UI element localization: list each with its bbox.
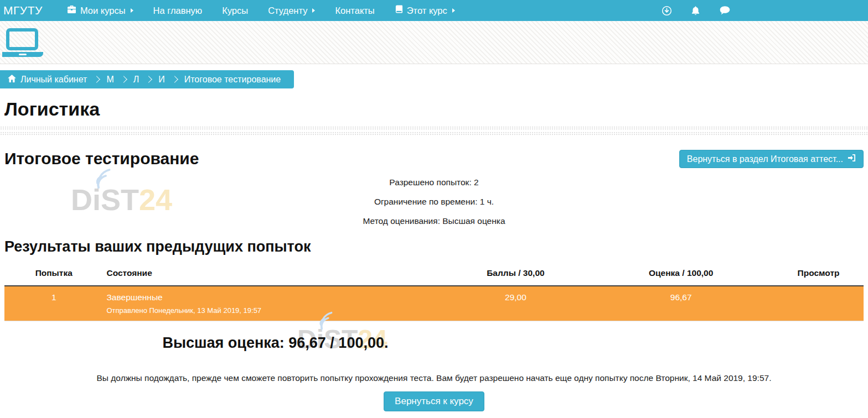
chevron-right-icon bbox=[131, 8, 133, 13]
site-header bbox=[0, 21, 868, 64]
navbar-right-icons bbox=[662, 6, 731, 16]
attempts-allowed-line: Разрешено попыток: 2 bbox=[0, 177, 868, 187]
col-marks: Баллы / 30,00 bbox=[443, 262, 589, 286]
attempt-state-cell: Завершенные Отправлено Понедельник, 13 М… bbox=[103, 286, 442, 321]
nav-item-my-courses[interactable]: Мои курсы bbox=[57, 5, 143, 16]
back-to-section-button[interactable]: Вернуться в раздел Итоговая аттест... bbox=[679, 150, 864, 168]
attempts-table: Попытка Состояние Баллы / 30,00 Оценка /… bbox=[4, 262, 864, 321]
col-state: Состояние bbox=[103, 262, 442, 286]
chevron-right-icon bbox=[312, 8, 315, 13]
nav-item-this-course[interactable]: Этот курс bbox=[385, 5, 465, 16]
nav-item-contacts[interactable]: Контакты bbox=[325, 6, 384, 16]
table-row: 1 Завершенные Отправлено Понедельник, 13… bbox=[4, 286, 864, 321]
quiz-info: Разрешено попыток: 2 Ограничение по врем… bbox=[0, 177, 868, 226]
circle-arrow-down-icon[interactable] bbox=[662, 6, 672, 16]
col-grade: Оценка / 100,00 bbox=[588, 262, 773, 286]
chevron-separator-icon bbox=[94, 76, 101, 83]
attempt-grade: 96,67 bbox=[588, 286, 773, 321]
top-navbar: МГУТУ Мои курсы На главную Курсы Студент… bbox=[0, 0, 868, 21]
briefcase-icon bbox=[67, 5, 76, 16]
laptop-logo-icon[interactable] bbox=[2, 28, 44, 57]
attempt-number: 1 bbox=[4, 286, 103, 321]
wait-message: Вы должны подождать, прежде чем сможете … bbox=[0, 373, 868, 383]
breadcrumb: Личный кабинет М Л И Итоговое тестирован… bbox=[0, 70, 294, 88]
nav-item-home[interactable]: На главную bbox=[143, 6, 213, 16]
attempt-state: Завершенные bbox=[106, 292, 439, 302]
grading-method-line: Метод оценивания: Высшая оценка bbox=[0, 216, 868, 226]
crumb-l[interactable]: Л bbox=[133, 75, 140, 85]
nav-item-courses[interactable]: Курсы bbox=[212, 6, 258, 16]
home-icon bbox=[8, 75, 16, 85]
course-title: Логистика bbox=[4, 98, 868, 120]
results-heading: Результаты ваших предыдущих попыток bbox=[4, 238, 868, 255]
table-header-row: Попытка Состояние Баллы / 30,00 Оценка /… bbox=[4, 262, 864, 286]
main-content: Логистика Итоговое тестирование Вернутьс… bbox=[0, 98, 868, 411]
back-to-course-button[interactable]: Вернуться к курсу bbox=[384, 391, 484, 411]
chevron-separator-icon bbox=[120, 76, 127, 83]
chevron-separator-icon bbox=[145, 76, 152, 83]
sign-in-arrow-icon bbox=[848, 154, 856, 164]
chevron-right-icon bbox=[452, 8, 455, 13]
brand-logo[interactable]: МГУТУ bbox=[3, 4, 43, 17]
bell-icon[interactable] bbox=[690, 6, 701, 16]
col-review: Просмотр bbox=[773, 262, 864, 286]
nav-item-student[interactable]: Студенту bbox=[258, 6, 325, 16]
dotted-divider bbox=[0, 126, 868, 135]
time-limit-line: Ограничение по времени: 1 ч. bbox=[0, 197, 868, 207]
quiz-header: Итоговое тестирование Вернуться в раздел… bbox=[0, 149, 868, 168]
col-attempt: Попытка bbox=[4, 262, 103, 286]
crumb-current: Итоговое тестирование bbox=[184, 75, 281, 85]
chevron-separator-icon bbox=[171, 76, 178, 83]
attempt-submitted: Отправлено Понедельник, 13 Май 2019, 19:… bbox=[106, 306, 439, 315]
chat-icon[interactable] bbox=[719, 6, 731, 15]
attempt-review bbox=[773, 286, 864, 321]
crumb-m[interactable]: М bbox=[106, 75, 113, 85]
crumb-i[interactable]: И bbox=[158, 75, 165, 85]
final-grade-text: Высшая оценка: 96,67 / 100,00. bbox=[0, 335, 551, 352]
breadcrumb-wrap: Личный кабинет М Л И Итоговое тестирован… bbox=[0, 64, 868, 88]
final-grade-wrap: DiST24 Высшая оценка: 96,67 / 100,00. bbox=[0, 335, 868, 358]
crumb-dashboard[interactable]: Личный кабинет bbox=[20, 75, 87, 85]
book-icon bbox=[395, 5, 403, 16]
attempt-marks: 29,00 bbox=[443, 286, 589, 321]
